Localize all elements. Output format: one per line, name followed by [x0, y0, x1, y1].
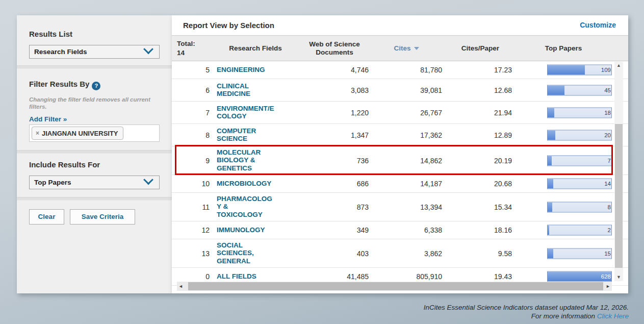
research-field-link[interactable]: COMPUTER SCIENCE — [217, 127, 294, 143]
research-field-link[interactable]: IMMUNOLOGY — [217, 226, 294, 234]
wos-documents-value: 686 — [299, 180, 369, 188]
cites-value: 81,780 — [376, 66, 442, 74]
table-row: 12IMMUNOLOGY3496,33818.162 — [172, 221, 628, 239]
add-filter-link[interactable]: Add Filter » — [29, 115, 67, 123]
top-papers-value: 45 — [604, 85, 611, 95]
clear-button[interactable]: Clear — [29, 209, 64, 225]
cites-per-paper-value: 9.58 — [450, 250, 512, 258]
col-header-top-papers[interactable]: Top Papers — [512, 36, 614, 61]
include-results-dropdown-value: Top Papers — [30, 179, 145, 186]
top-papers-value: 14 — [604, 179, 611, 189]
top-papers-bar: 45 — [547, 85, 612, 95]
top-papers-bar-fill — [548, 65, 585, 75]
top-papers-bar: 109 — [547, 65, 612, 76]
criteria-sidebar: Results List Research Fields Filter Resu… — [17, 15, 172, 293]
top-papers-value: 109 — [601, 65, 611, 75]
cites-value: 14,187 — [376, 180, 442, 188]
cites-value: 14,862 — [376, 157, 442, 165]
results-list-dropdown[interactable]: Research Fields — [29, 45, 160, 59]
sort-desc-icon — [414, 47, 419, 50]
horizontal-scrollbar: ◄ ► — [177, 282, 612, 291]
results-list-heading: Results List — [29, 30, 72, 38]
table-row: 7ENVIRONMENT/E COLOGY1,22026,76721.9418 — [172, 102, 628, 124]
row-rank: 10 — [181, 180, 210, 188]
help-icon[interactable]: ? — [92, 82, 100, 90]
research-field-link[interactable]: SOCIAL SCIENCES, GENERAL — [217, 241, 294, 266]
horizontal-scrollbar-thumb[interactable] — [188, 282, 603, 290]
row-rank: 7 — [181, 109, 210, 117]
chevron-down-icon — [143, 175, 153, 185]
research-field-link[interactable]: ENVIRONMENT/E COLOGY — [217, 105, 294, 121]
wos-documents-value: 349 — [299, 226, 369, 234]
research-field-link[interactable]: PHARMACOLOG Y & TOXICOLOGY — [217, 195, 294, 219]
cites-value: 26,767 — [376, 109, 442, 117]
click-here-link[interactable]: Click Here — [597, 312, 629, 320]
top-papers-bar-fill — [548, 85, 564, 95]
top-papers-bar-fill — [548, 130, 555, 140]
total-count: Total: 14 — [177, 39, 195, 58]
table-row: 11PHARMACOLOG Y & TOXICOLOGY87313,39415.… — [172, 193, 628, 221]
wos-documents-value: 1,347 — [299, 131, 369, 139]
col-header-cites-label: Cites — [394, 44, 410, 53]
save-criteria-button[interactable]: Save Criteria — [70, 209, 135, 225]
wos-documents-value: 1,220 — [299, 109, 369, 117]
cites-per-paper-value: 19.43 — [450, 272, 512, 281]
top-papers-bar: 18 — [547, 107, 612, 118]
top-papers-value: 8 — [608, 202, 611, 212]
table-row: 5ENGINEERING4,74681,78017.23109 — [172, 61, 628, 79]
filter-note: Changing the filter field removes all cu… — [29, 96, 161, 111]
filter-tag: × JIANGNAN UNIVERSITY — [32, 127, 123, 140]
research-field-link[interactable]: MICROBIOLOGY — [217, 180, 294, 188]
top-papers-bar-fill — [548, 202, 552, 212]
top-papers-bar: 15 — [547, 248, 612, 259]
vertical-scrollbar-thumb[interactable] — [615, 124, 623, 268]
research-field-link[interactable]: MOLECULAR BIOLOGY & GENETICS — [217, 148, 294, 173]
cites-value: 3,862 — [376, 250, 442, 258]
section-divider — [17, 65, 172, 69]
report-panel: Report View by Selection Customize Total… — [172, 15, 628, 293]
wos-documents-value: 3,083 — [299, 86, 369, 94]
top-papers-bar-fill — [548, 156, 552, 165]
customize-link[interactable]: Customize — [580, 21, 616, 29]
research-field-link[interactable]: CLINICAL MEDICINE — [217, 82, 294, 98]
col-header-cites-sort[interactable]: Cites — [381, 36, 432, 61]
row-rank: 8 — [181, 131, 210, 139]
dataset-update-note: InCites Essential Science Indicators dat… — [424, 303, 629, 312]
top-papers-value: 20 — [604, 130, 611, 140]
research-field-link[interactable]: ALL FIELDS — [217, 272, 294, 281]
remove-filter-icon[interactable]: × — [36, 130, 39, 137]
table-row: 10MICROBIOLOGY68614,18720.6814 — [172, 175, 628, 193]
wos-documents-value: 736 — [299, 157, 369, 165]
top-papers-bar: 628 — [547, 271, 612, 282]
cites-value: 805,910 — [376, 272, 442, 281]
top-papers-bar-fill — [548, 108, 554, 117]
chevron-down-icon — [143, 44, 153, 54]
filter-tag-label: JIANGNAN UNIVERSITY — [42, 130, 118, 137]
top-papers-bar-fill — [548, 248, 553, 258]
scroll-up-arrow[interactable]: ▲ — [614, 62, 623, 69]
col-header-wos-documents[interactable]: Web of Science Documents — [297, 36, 372, 61]
wos-documents-value: 403 — [299, 250, 369, 258]
scroll-left-arrow[interactable]: ◄ — [177, 282, 185, 291]
report-titlebar: Report View by Selection Customize — [172, 15, 628, 36]
top-papers-bar-fill — [548, 226, 549, 235]
row-rank: 5 — [181, 66, 210, 74]
table-row: 6CLINICAL MEDICINE3,08339,08112.6845 — [172, 79, 628, 102]
dataset-footer: InCites Essential Science Indicators dat… — [424, 303, 629, 321]
top-papers-bar: 8 — [547, 202, 612, 212]
col-header-research-fields[interactable]: Research Fields — [217, 36, 294, 61]
cites-value: 13,394 — [376, 203, 442, 211]
scroll-down-arrow[interactable]: ▼ — [614, 273, 623, 281]
top-papers-bar: 14 — [547, 179, 612, 189]
research-field-link[interactable]: ENGINEERING — [217, 66, 294, 74]
top-papers-value: 18 — [604, 108, 611, 117]
include-results-dropdown[interactable]: Top Papers — [29, 176, 160, 189]
section-divider — [17, 197, 172, 201]
top-papers-value: 628 — [601, 272, 611, 282]
col-header-cites-paper[interactable]: Cites/Paper — [447, 36, 513, 61]
scroll-right-arrow[interactable]: ► — [604, 282, 612, 291]
top-papers-bar: 20 — [547, 130, 612, 140]
total-label: Total: — [177, 40, 195, 47]
cites-per-paper-value: 12.68 — [450, 86, 512, 94]
cites-per-paper-value: 15.34 — [450, 203, 512, 211]
